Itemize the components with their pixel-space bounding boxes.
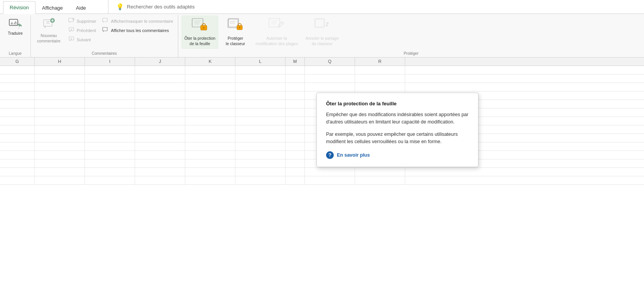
grid-cell[interactable] bbox=[135, 168, 185, 176]
grid-cell[interactable] bbox=[85, 66, 135, 74]
grid-cell[interactable] bbox=[135, 74, 185, 83]
grid-cell[interactable] bbox=[0, 168, 35, 176]
grid-cell[interactable] bbox=[0, 74, 35, 83]
grid-cell[interactable] bbox=[305, 176, 355, 184]
grid-cell[interactable] bbox=[85, 117, 135, 125]
autoriser-modification-button[interactable]: Autoriser lamodification des plages bbox=[252, 15, 301, 49]
grid-cell[interactable] bbox=[235, 176, 286, 184]
grid-cell[interactable] bbox=[185, 159, 235, 167]
grid-cell[interactable] bbox=[35, 168, 85, 176]
grid-cell[interactable] bbox=[35, 125, 85, 134]
grid-cell[interactable] bbox=[355, 83, 405, 91]
grid-cell[interactable] bbox=[305, 168, 355, 176]
grid-cell[interactable] bbox=[85, 151, 135, 159]
suivant-button[interactable]: Suivant bbox=[67, 35, 98, 44]
grid-cell[interactable] bbox=[235, 66, 286, 74]
grid-cell[interactable] bbox=[305, 74, 355, 83]
grid-cell[interactable] bbox=[135, 91, 185, 100]
grid-cell[interactable] bbox=[185, 74, 235, 83]
grid-cell[interactable] bbox=[286, 142, 305, 150]
grid-cell[interactable] bbox=[286, 74, 305, 83]
nouveau-commentaire-button[interactable]: Nouveaucommentaire bbox=[34, 15, 64, 46]
tooltip-learn-more-link[interactable]: ? En savoir plus bbox=[326, 151, 469, 159]
grid-cell[interactable] bbox=[0, 108, 35, 117]
grid-cell[interactable] bbox=[235, 168, 286, 176]
grid-cell[interactable] bbox=[286, 176, 305, 184]
supprimer-button[interactable]: Supprimer bbox=[67, 17, 98, 25]
grid-cell[interactable] bbox=[235, 100, 286, 108]
grid-cell[interactable] bbox=[85, 100, 135, 108]
grid-cell[interactable] bbox=[235, 83, 286, 91]
grid-cell[interactable] bbox=[305, 83, 355, 91]
grid-cell[interactable] bbox=[135, 83, 185, 91]
afficher-tous-button[interactable]: Afficher tous les commentaires bbox=[101, 26, 174, 35]
grid-cell[interactable] bbox=[135, 134, 185, 142]
grid-cell[interactable] bbox=[185, 91, 235, 100]
tab-aide[interactable]: Aide bbox=[69, 2, 93, 14]
grid-cell[interactable] bbox=[85, 125, 135, 134]
grid-cell[interactable] bbox=[85, 142, 135, 150]
grid-cell[interactable] bbox=[286, 151, 305, 159]
grid-cell[interactable] bbox=[35, 159, 85, 167]
grid-cell[interactable] bbox=[135, 100, 185, 108]
grid-cell[interactable] bbox=[355, 66, 405, 74]
grid-cell[interactable] bbox=[135, 159, 185, 167]
grid-cell[interactable] bbox=[135, 125, 185, 134]
grid-cell[interactable] bbox=[185, 100, 235, 108]
grid-cell[interactable] bbox=[85, 176, 135, 184]
grid-cell[interactable] bbox=[185, 134, 235, 142]
grid-cell[interactable] bbox=[286, 108, 305, 117]
grid-cell[interactable] bbox=[0, 159, 35, 167]
grid-cell[interactable] bbox=[235, 142, 286, 150]
grid-cell[interactable] bbox=[235, 159, 286, 167]
grid-cell[interactable] bbox=[286, 159, 305, 167]
traduire-button[interactable]: a あ Traduire bbox=[4, 15, 27, 39]
grid-cell[interactable] bbox=[0, 125, 35, 134]
grid-cell[interactable] bbox=[35, 176, 85, 184]
grid-cell[interactable] bbox=[0, 100, 35, 108]
grid-cell[interactable] bbox=[0, 142, 35, 150]
grid-cell[interactable] bbox=[85, 159, 135, 167]
grid-cell[interactable] bbox=[85, 168, 135, 176]
grid-cell[interactable] bbox=[0, 151, 35, 159]
grid-cell[interactable] bbox=[35, 74, 85, 83]
grid-cell[interactable] bbox=[35, 151, 85, 159]
grid-cell[interactable] bbox=[0, 117, 35, 125]
grid-cell[interactable] bbox=[355, 168, 405, 176]
grid-cell[interactable] bbox=[85, 83, 135, 91]
grid-cell[interactable] bbox=[0, 66, 35, 74]
grid-cell[interactable] bbox=[0, 91, 35, 100]
grid-cell[interactable] bbox=[286, 117, 305, 125]
grid-cell[interactable] bbox=[35, 117, 85, 125]
afficher-masquer-button[interactable]: Afficher/masquer le commentaire bbox=[101, 17, 174, 25]
grid-cell[interactable] bbox=[185, 151, 235, 159]
grid-cell[interactable] bbox=[185, 168, 235, 176]
grid-cell[interactable] bbox=[286, 134, 305, 142]
grid-cell[interactable] bbox=[135, 66, 185, 74]
grid-cell[interactable] bbox=[286, 83, 305, 91]
grid-cell[interactable] bbox=[85, 134, 135, 142]
grid-cell[interactable] bbox=[35, 91, 85, 100]
precedent-button[interactable]: Précédent bbox=[67, 26, 98, 35]
grid-cell[interactable] bbox=[286, 91, 305, 100]
grid-cell[interactable] bbox=[35, 108, 85, 117]
grid-cell[interactable] bbox=[85, 108, 135, 117]
grid-cell[interactable] bbox=[35, 66, 85, 74]
grid-cell[interactable] bbox=[305, 66, 355, 74]
grid-cell[interactable] bbox=[35, 134, 85, 142]
grid-cell[interactable] bbox=[286, 100, 305, 108]
grid-cell[interactable] bbox=[185, 66, 235, 74]
grid-cell[interactable] bbox=[185, 117, 235, 125]
grid-cell[interactable] bbox=[0, 83, 35, 91]
grid-cell[interactable] bbox=[185, 176, 235, 184]
grid-cell[interactable] bbox=[286, 168, 305, 176]
grid-cell[interactable] bbox=[235, 74, 286, 83]
grid-cell[interactable] bbox=[35, 100, 85, 108]
grid-cell[interactable] bbox=[235, 125, 286, 134]
grid-cell[interactable] bbox=[35, 142, 85, 150]
tab-revision[interactable]: Révision bbox=[3, 1, 35, 14]
grid-cell[interactable] bbox=[235, 117, 286, 125]
proteger-classeur-button[interactable]: Protégerle classeur bbox=[220, 15, 251, 49]
grid-cell[interactable] bbox=[286, 125, 305, 134]
grid-cell[interactable] bbox=[185, 108, 235, 117]
